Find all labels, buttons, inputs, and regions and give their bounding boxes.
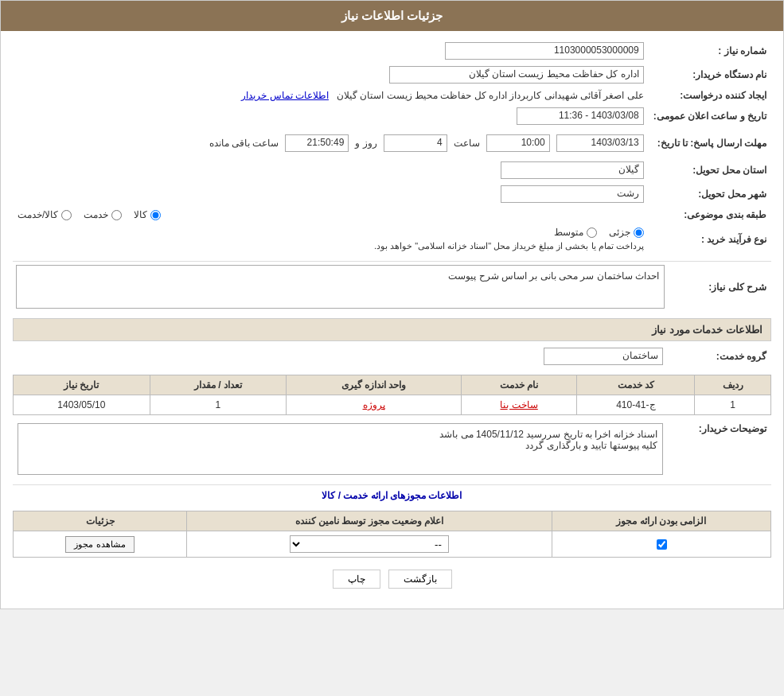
general-desc-text: احداث ساختمان سر محی بانی بر اساس شرح پی… [16,265,665,309]
province-label: استان محل تحویل: [649,158,771,182]
contact-link[interactable]: اطلاعات تماس خریدار [241,90,329,101]
col-status: اعلام وضعیت مجوز توسط نامین کننده [187,511,552,531]
announce-date-value: 1403/03/08 - 11:36 [517,107,644,125]
category-kala-radio[interactable] [150,210,161,220]
category-kala-label: کالا [134,209,147,220]
category-kala-khidmat-label: کالا/خدمت [18,209,58,220]
col-quantity: تعداد / مقدار [150,375,287,395]
buyer-notes-text: اسناد خزانه اخرا به تاریخ سررسید 1405/11… [18,423,663,475]
purchase-type-wasit-radio[interactable] [587,227,597,238]
category-kala-khidmat[interactable]: کالا/خدمت [18,209,72,220]
need-number-value: 1103000053000009 [445,42,644,60]
buyer-notes-label: توضیحات خریدار: [668,420,771,478]
view-permit-button[interactable]: مشاهده مجوز [65,536,134,553]
back-button[interactable]: بازگشت [388,570,452,589]
permit-status-select[interactable]: -- [290,535,449,553]
general-desc-label: شرح کلی نیاز: [668,262,771,313]
city-value: رشت [501,185,644,203]
purchase-type-wasit[interactable]: متوسط [554,227,597,238]
page-title: جزئیات اطلاعات نیاز [1,1,783,31]
button-row: بازگشت چاپ [13,570,771,589]
row-num: 1 [695,395,771,415]
category-kala-khidmat-radio[interactable] [61,210,72,220]
purchase-type-juzvi-label: جزئی [609,227,630,238]
city-label: شهر محل تحویل: [649,182,771,206]
permissions-table: الزامی بودن ارائه مجوز اعلام وضعیت مجوز … [13,511,771,558]
row-service-name[interactable]: ساخت بنا [461,395,577,415]
creator-label: ایجاد کننده درخواست: [649,87,771,104]
response-deadline-label: مهلت ارسال پاسخ: تا تاریخ: [649,128,771,158]
row-need-date: 1403/05/10 [14,395,150,415]
purchase-type-juzvi[interactable]: جزئی [609,227,644,238]
print-button[interactable]: چاپ [333,570,380,589]
purchase-type-wasit-label: متوسط [554,227,583,238]
service-group-value: ساختمان [544,348,663,365]
col-service-code: کد خدمت [577,375,695,395]
services-section-title: اطلاعات خدمات مورد نیاز [13,318,771,341]
service-group-label: گروه خدمت: [668,344,771,368]
response-time-label: ساعت [454,138,480,149]
row-service-code: ج-41-410 [577,395,695,415]
response-date: 1403/03/13 [556,134,644,152]
response-time: 10:00 [486,134,550,152]
purchase-type-note: پرداخت تمام یا بخشی از مبلغ خریداز محل "… [374,241,644,251]
need-number-label: شماره نیاز : [649,39,771,63]
remaining-time: 21:50:49 [285,134,349,152]
col-rownum: ردیف [695,375,771,395]
purchase-type-juzvi-radio[interactable] [634,227,644,238]
days-value: 4 [384,134,447,152]
category-khidmat-label: خدمت [84,209,108,220]
row-unit[interactable]: پروژه [287,395,462,415]
creator-value: علی اصغر آقائی شهیدانی کاربرداز اداره کل… [337,90,644,101]
col-details: جزئیات [14,511,187,531]
col-need-date: تاریخ نیاز [14,375,150,395]
purchase-type-label: نوع فرآیند خرید : [649,224,771,255]
category-kala[interactable]: کالا [134,209,161,220]
buyer-org-value: اداره کل حفاظت محیط زیست استان گیلان [389,66,644,84]
col-service-name: نام خدمت [461,375,577,395]
province-value: گیلان [501,161,644,179]
permissions-row: -- مشاهده مجوز [14,531,771,558]
days-label: روز و [355,138,376,149]
permit-required-checkbox[interactable] [657,539,667,550]
table-row: 1 ج-41-410 ساخت بنا پروژه 1 1403/05/10 [14,395,771,415]
category-label: طبقه بندی موضوعی: [649,206,771,224]
col-required: الزامی بودن ارائه مجوز [552,511,771,531]
category-khidmat[interactable]: خدمت [84,209,122,220]
buyer-org-label: نام دستگاه خریدار: [649,63,771,87]
services-table: ردیف کد خدمت نام خدمت واحد اندازه گیری ت… [13,375,771,415]
row-quantity: 1 [150,395,287,415]
announce-date-label: تاریخ و ساعت اعلان عمومی: [649,104,771,128]
col-unit: واحد اندازه گیری [287,375,462,395]
category-khidmat-radio[interactable] [111,210,122,220]
remaining-label: ساعت باقی مانده [209,138,279,149]
permissions-section-title: اطلاعات مجوزهای ارائه خدمت / کالا [322,490,462,501]
